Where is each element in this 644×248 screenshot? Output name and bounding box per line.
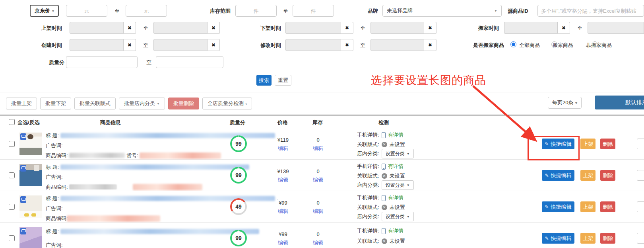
assoc-template-value: 未设置 bbox=[390, 238, 405, 245]
radio-all-products[interactable] bbox=[510, 41, 516, 47]
stock-edit-link[interactable]: 编辑 bbox=[313, 208, 323, 215]
header-quality: 质量分 bbox=[230, 119, 245, 126]
brand-label: 品牌 bbox=[368, 8, 378, 15]
assoc-template-label: 关联版式: bbox=[357, 141, 379, 148]
redacted-extra bbox=[133, 184, 202, 190]
list-button[interactable]: 上架 bbox=[580, 201, 596, 212]
move-time-from-input[interactable] bbox=[504, 22, 558, 34]
phone-detail-value[interactable]: 有详情 bbox=[388, 227, 403, 234]
price-to-input[interactable] bbox=[126, 5, 167, 17]
clear-icon[interactable]: ✖ bbox=[341, 39, 353, 51]
batch-category-button[interactable]: 批量店内分类 ▼ bbox=[119, 98, 165, 109]
listed-time-from-input[interactable] bbox=[70, 22, 124, 34]
phone-icon bbox=[382, 164, 386, 170]
clear-icon[interactable]: ✖ bbox=[341, 22, 353, 34]
radio-not-moved-products-label: 非搬家商品 bbox=[586, 42, 612, 49]
quality-check-button[interactable]: 全店质量分检测 › bbox=[202, 98, 252, 109]
delete-button[interactable]: 删除 bbox=[600, 201, 615, 212]
art-no-label: 货号: bbox=[126, 152, 138, 158]
price-value: ¥139 bbox=[266, 168, 300, 174]
list-button[interactable]: 上架 bbox=[580, 170, 596, 181]
quality-from-input[interactable] bbox=[66, 56, 138, 68]
phone-icon bbox=[382, 228, 386, 234]
default-sort-button[interactable]: 默认排序 bbox=[595, 96, 644, 109]
stock-edit-link[interactable]: 编辑 bbox=[313, 145, 323, 152]
created-time-from-input[interactable] bbox=[70, 39, 124, 51]
dropdown-caret-icon: ▼ bbox=[407, 184, 410, 187]
clear-icon[interactable]: ✖ bbox=[424, 22, 436, 34]
listed-time-to-input[interactable] bbox=[153, 22, 208, 34]
clear-icon[interactable]: ✖ bbox=[124, 39, 136, 51]
radio-moved-products-label: 搬家商品 bbox=[553, 42, 573, 49]
quality-score-ring: 99 bbox=[230, 230, 247, 246]
created-time-to-input[interactable] bbox=[153, 39, 208, 51]
store-category-label: 店内分类: bbox=[357, 182, 379, 189]
row-checkbox[interactable] bbox=[9, 172, 15, 178]
phone-detail-value[interactable]: 有详情 bbox=[388, 163, 403, 170]
quality-score-ring: 49 bbox=[230, 198, 247, 215]
phone-detail-value[interactable]: 有详情 bbox=[388, 194, 403, 201]
clear-icon[interactable]: ✖ bbox=[208, 39, 220, 51]
batch-template-button[interactable]: 批量关联版式 bbox=[74, 98, 116, 109]
set-category-button[interactable]: 设置分类▼ bbox=[382, 149, 414, 158]
product-thumbnail[interactable] bbox=[19, 164, 42, 186]
stock-edit-link[interactable]: 编辑 bbox=[313, 176, 323, 184]
page-size-select[interactable]: 每页20条 ▾ bbox=[548, 97, 582, 109]
clear-icon[interactable]: ✖ bbox=[124, 22, 136, 34]
more-button[interactable] bbox=[637, 139, 644, 149]
price-edit-link[interactable]: 编辑 bbox=[278, 239, 288, 246]
phone-detail-value[interactable]: 有详情 bbox=[388, 131, 403, 139]
thumb-badge-icon bbox=[20, 228, 26, 234]
batch-list-button[interactable]: 批量上架 bbox=[6, 98, 37, 109]
modified-time-from-input[interactable] bbox=[285, 39, 341, 51]
price-from-input[interactable] bbox=[66, 5, 107, 17]
row-checkbox[interactable] bbox=[9, 141, 15, 147]
filter-panel: 京东价 ▾ 至 库存范围 至 品牌 未选择品牌 ▼ 源商品ID 上架时间 ✖ 至… bbox=[0, 0, 644, 92]
quality-to-input[interactable] bbox=[156, 56, 223, 68]
price-type-select[interactable]: 京东价 ▾ bbox=[30, 5, 59, 17]
more-button[interactable] bbox=[637, 201, 644, 212]
batch-delist-button[interactable]: 批量下架 bbox=[40, 98, 71, 109]
delisted-time-from-input[interactable] bbox=[285, 22, 341, 34]
more-button[interactable] bbox=[637, 233, 644, 244]
modified-time-to-input[interactable] bbox=[370, 39, 424, 51]
delete-button[interactable]: 删除 bbox=[600, 170, 615, 181]
row-checkbox[interactable] bbox=[9, 235, 15, 241]
batch-delete-button[interactable]: 批量删除 bbox=[168, 98, 199, 109]
more-button[interactable] bbox=[637, 170, 644, 181]
delisted-time-to-input[interactable] bbox=[370, 22, 424, 34]
clear-icon[interactable]: ✖ bbox=[558, 22, 570, 34]
price-edit-link[interactable]: 编辑 bbox=[278, 176, 288, 184]
delete-button[interactable]: 删除 bbox=[600, 139, 615, 149]
list-button[interactable]: 上架 bbox=[580, 233, 596, 244]
list-button[interactable]: 上架 bbox=[580, 139, 596, 149]
stock-from-input[interactable] bbox=[235, 5, 277, 17]
arrow-right-icon: › bbox=[245, 101, 247, 107]
select-all-checkbox[interactable] bbox=[9, 119, 15, 125]
quick-edit-button[interactable]: ✎快捷编辑 bbox=[542, 201, 574, 212]
product-thumbnail[interactable] bbox=[19, 227, 42, 248]
clear-icon[interactable]: ✖ bbox=[424, 39, 436, 51]
product-thumbnail[interactable] bbox=[19, 133, 42, 155]
batch-toolbar: 批量上架 批量下架 批量关联版式 批量店内分类 ▼ 批量删除 全店质量分检测 ›… bbox=[0, 92, 644, 115]
dropdown-caret-icon: ▼ bbox=[157, 102, 160, 105]
clear-icon[interactable]: ✖ bbox=[208, 22, 220, 34]
search-button[interactable]: 搜索 bbox=[256, 75, 272, 86]
stock-edit-link[interactable]: 编辑 bbox=[313, 239, 323, 246]
stock-value: 0 bbox=[303, 200, 333, 206]
set-category-button[interactable]: 设置分类▼ bbox=[382, 180, 414, 190]
move-time-to-input[interactable] bbox=[588, 22, 644, 34]
product-thumbnail[interactable] bbox=[19, 195, 42, 218]
quick-edit-button[interactable]: ✎快捷编辑 bbox=[542, 233, 574, 244]
stock-to-input[interactable] bbox=[293, 5, 334, 17]
reset-button[interactable]: 重置 bbox=[275, 75, 291, 86]
delete-button[interactable]: 删除 bbox=[600, 233, 615, 244]
not-set-icon: ✕ bbox=[382, 142, 387, 147]
set-category-button[interactable]: 设置分类▼ bbox=[382, 212, 414, 221]
row-checkbox[interactable] bbox=[9, 204, 15, 210]
brand-select[interactable]: 未选择品牌 ▼ bbox=[382, 5, 502, 17]
source-id-input[interactable] bbox=[537, 5, 644, 17]
price-edit-link[interactable]: 编辑 bbox=[278, 208, 288, 215]
price-edit-link[interactable]: 编辑 bbox=[278, 145, 288, 152]
quick-edit-button[interactable]: ✎快捷编辑 bbox=[542, 170, 574, 181]
